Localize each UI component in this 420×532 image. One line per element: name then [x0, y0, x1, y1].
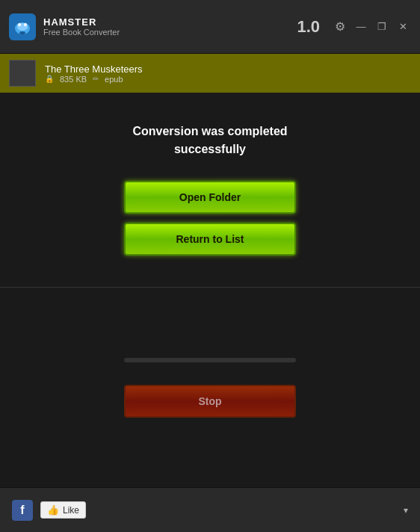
- svg-point-3: [18, 23, 21, 26]
- minimize-button[interactable]: —: [353, 19, 369, 35]
- settings-button[interactable]: ⚙: [332, 16, 348, 37]
- return-to-list-button[interactable]: Return to List: [124, 223, 296, 256]
- like-button[interactable]: 👍 Like: [40, 501, 86, 519]
- book-format: epub: [105, 75, 123, 84]
- open-folder-button[interactable]: Open Folder: [124, 181, 296, 214]
- title-bar-text: HAMSTER Free Book Converter: [43, 16, 297, 37]
- facebook-icon: f: [12, 500, 33, 521]
- progress-bar: [124, 358, 296, 362]
- app-subtitle: Free Book Converter: [43, 28, 297, 37]
- app-version: 1.0: [297, 17, 320, 37]
- chevron-down-icon: ▾: [404, 505, 408, 516]
- book-meta: 🔒 835 KB ✏ epub: [45, 75, 411, 84]
- size-icon: 🔒: [45, 75, 54, 83]
- edit-icon: ✏: [93, 75, 99, 83]
- title-bar: HAMSTER Free Book Converter 1.0 ⚙ — ❐ ✕: [0, 0, 420, 54]
- window-controls: ⚙ — ❐ ✕: [332, 16, 411, 37]
- status-message: Conversion was completedsuccessfully: [132, 123, 287, 158]
- bottom-bar: f 👍 Like ▾: [0, 487, 420, 532]
- book-bar: The Three Musketeers 🔒 835 KB ✏ epub: [0, 54, 420, 93]
- status-area: Conversion was completedsuccessfully Ope…: [0, 93, 420, 288]
- svg-point-5: [19, 31, 25, 34]
- close-button[interactable]: ✕: [395, 19, 411, 35]
- like-label: Like: [63, 505, 79, 516]
- stop-button[interactable]: Stop: [124, 385, 296, 418]
- lower-area: Stop: [0, 288, 420, 487]
- main-content: Conversion was completedsuccessfully Ope…: [0, 93, 420, 487]
- book-size: 835 KB: [60, 75, 87, 84]
- svg-point-4: [24, 23, 27, 26]
- thumbs-up-icon: 👍: [47, 504, 59, 516]
- app-logo: [9, 13, 36, 40]
- book-title: The Three Musketeers: [45, 64, 411, 75]
- app-name: HAMSTER: [43, 16, 297, 28]
- book-info: The Three Musketeers 🔒 835 KB ✏ epub: [45, 64, 411, 84]
- book-thumbnail: [9, 60, 36, 87]
- maximize-button[interactable]: ❐: [374, 19, 390, 35]
